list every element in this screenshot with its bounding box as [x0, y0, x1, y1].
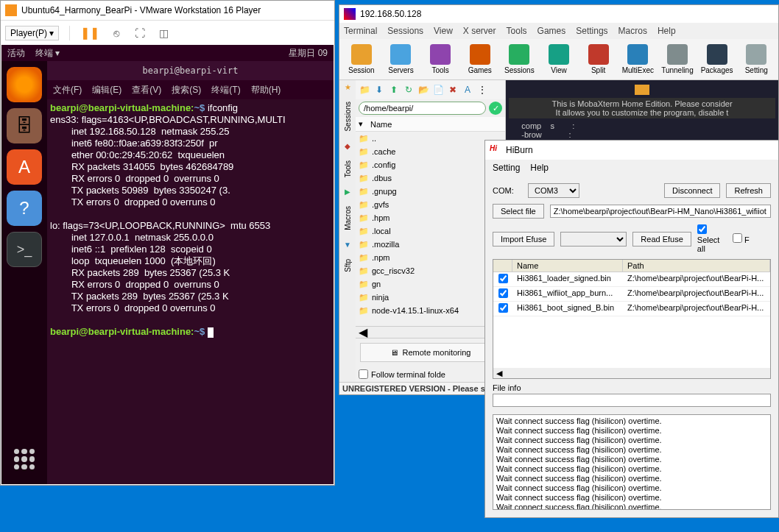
hiburn-titlebar[interactable]: Hi HiBurn	[485, 141, 778, 160]
player-menu-button[interactable]: Player(P) ▾	[5, 26, 59, 40]
sftp-item[interactable]: 📁.gnupg	[356, 185, 505, 198]
sftp-icon[interactable]: ▼	[344, 238, 351, 252]
ok-icon[interactable]: ✓	[489, 102, 502, 115]
sftp-file-list[interactable]: 📁..📁.cache📁.config📁.dbus📁.gnupg📁.gvfs📁.h…	[356, 132, 505, 326]
row-checkbox[interactable]	[498, 274, 508, 283]
sftp-item[interactable]: 📁node-v14.15.1-linux-x64	[356, 304, 505, 317]
terminal-indicator[interactable]: 终端 ▾	[35, 47, 60, 60]
side-tab-macros[interactable]: Macros	[342, 199, 353, 238]
sftp-item[interactable]: 📁.dbus	[356, 171, 505, 185]
tool-tunneling[interactable]: Tunneling	[658, 40, 697, 78]
dock-software-icon[interactable]: A	[7, 149, 42, 185]
hiburn-log[interactable]: Wait connect success flag (hisilicon) ov…	[493, 414, 771, 510]
tool-view[interactable]: View	[540, 40, 578, 78]
tool-multiexec[interactable]: MultiExec	[618, 40, 657, 78]
menu-macros[interactable]: Macros	[618, 26, 647, 36]
menu-help[interactable]: Help	[658, 26, 676, 36]
formal-label[interactable]: F	[733, 233, 762, 244]
menu-help[interactable]: 帮助(H)	[251, 84, 281, 96]
select-file-button[interactable]: Select file	[493, 204, 544, 219]
sftp-item[interactable]: 📁.mozilla	[356, 238, 505, 251]
sftp-item[interactable]: 📁.config	[356, 158, 505, 171]
menu-view[interactable]: 查看(V)	[132, 84, 161, 96]
side-tab-sessions[interactable]: Sessions	[342, 94, 353, 139]
row-checkbox[interactable]	[498, 288, 508, 298]
table-row[interactable]: Hi3861_wifiiot_app_burn...Z:\home\bearpi…	[493, 287, 770, 302]
newfile-icon[interactable]: 📄	[432, 84, 444, 96]
formal-checkbox[interactable]	[733, 233, 742, 243]
follow-terminal-checkbox[interactable]	[359, 369, 368, 379]
side-tab-tools[interactable]: Tools	[342, 153, 353, 185]
delete-icon[interactable]: ✖	[447, 84, 459, 96]
tool-tools[interactable]: Tools	[421, 40, 459, 78]
tool-packages[interactable]: Packages	[698, 40, 736, 78]
download-icon[interactable]: ⬇	[373, 84, 385, 96]
dock-apps-icon[interactable]	[7, 441, 42, 477]
remote-monitoring-button[interactable]: 🖥 Remote monitoring	[360, 343, 501, 362]
moba-titlebar[interactable]: 192.168.50.128	[339, 5, 778, 23]
dock-firefox-icon[interactable]	[7, 67, 42, 102]
side-tab-sftp[interactable]: Sftp	[342, 252, 353, 280]
th-path[interactable]: Path	[623, 260, 770, 272]
menu-help[interactable]: Help	[530, 163, 549, 173]
sftp-item[interactable]: 📁gcc_riscv32	[356, 264, 505, 277]
pin-icon[interactable]: ◆	[345, 139, 350, 153]
vmware-titlebar[interactable]: Ubuntu64_Harmony_BearPi - VMware Worksta…	[1, 1, 334, 20]
table-row[interactable]: Hi3861_boot_signed_B.binZ:\home\bearpi\p…	[493, 302, 770, 316]
terminal-body[interactable]: bearpi@bearpi-virtual-machine:~$ ifconfi…	[47, 99, 334, 341]
sftp-item[interactable]: 📁.cache	[356, 145, 505, 158]
menu-setting[interactable]: Setting	[493, 163, 520, 173]
menu-search[interactable]: 搜索(S)	[172, 84, 201, 96]
menu-sessions[interactable]: Sessions	[387, 26, 423, 36]
menu-edit[interactable]: 编辑(E)	[92, 84, 121, 96]
edit-icon[interactable]: A	[462, 84, 473, 96]
clock-label[interactable]: 星期日 09	[289, 47, 328, 60]
sftp-scroll-left[interactable]: ◀	[356, 326, 505, 338]
dock-terminal-icon[interactable]: >_	[7, 232, 42, 267]
refresh-button[interactable]: Refresh	[726, 183, 771, 198]
sftp-item[interactable]: 📁.local	[356, 224, 505, 238]
activities-label[interactable]: 活动	[7, 47, 25, 60]
fullscreen-icon[interactable]: ⛶	[133, 26, 147, 40]
unity-icon[interactable]: ◫	[157, 26, 170, 40]
menu-view[interactable]: View	[434, 26, 453, 36]
menu-terminal[interactable]: Terminal	[344, 26, 377, 36]
sftp-item[interactable]: 📁ninja	[356, 291, 505, 304]
send-ctrl-alt-del-icon[interactable]: ⎋	[110, 26, 123, 40]
sftp-item[interactable]: 📁.npm	[356, 251, 505, 264]
sftp-item[interactable]: 📁.gvfs	[356, 198, 505, 211]
tool-session[interactable]: Session	[342, 40, 381, 78]
folder-icon[interactable]: 📁	[359, 84, 370, 96]
table-row[interactable]: Hi3861_loader_signed.binZ:\home\bearpi\p…	[493, 272, 770, 287]
pause-icon[interactable]: ❚❚	[80, 26, 99, 40]
refresh-icon[interactable]: ↻	[403, 84, 415, 96]
th-name[interactable]: Name	[512, 260, 623, 272]
table-hscroll[interactable]: ◀	[493, 368, 770, 378]
tool-sessions[interactable]: Sessions	[501, 40, 539, 78]
more-icon[interactable]: ⋮	[476, 84, 488, 96]
newfolder-icon[interactable]: 📂	[417, 84, 429, 96]
menu-file[interactable]: 文件(F)	[53, 84, 82, 96]
file-path-input[interactable]	[550, 205, 771, 218]
menu-settings[interactable]: Settings	[576, 26, 607, 36]
import-efuse-button[interactable]: Import Efuse	[493, 232, 554, 247]
tool-servers[interactable]: Servers	[382, 40, 420, 78]
select-all-checkbox[interactable]	[697, 224, 707, 234]
dock-help-icon[interactable]: ?	[7, 191, 42, 226]
upload-icon[interactable]: ⬆	[388, 84, 400, 96]
tool-split[interactable]: Split	[579, 40, 618, 78]
select-all-label[interactable]: Select all	[697, 224, 727, 253]
macro-icon[interactable]: ▶	[345, 185, 350, 199]
efuse-select[interactable]	[560, 232, 627, 247]
th-check[interactable]	[493, 260, 512, 272]
read-efuse-button[interactable]: Read Efuse	[632, 232, 691, 247]
tool-settings[interactable]: Setting	[737, 40, 775, 78]
sftp-item[interactable]: 📁..	[356, 132, 505, 145]
menu-terminal[interactable]: 终端(T)	[211, 84, 240, 96]
menu-games[interactable]: Games	[537, 26, 566, 36]
menu-xserver[interactable]: X server	[463, 26, 496, 36]
disconnect-button[interactable]: Disconnect	[664, 183, 720, 198]
dock-files-icon[interactable]: 🗄	[7, 108, 42, 143]
row-checkbox[interactable]	[498, 303, 508, 313]
com-select[interactable]: COM3	[528, 183, 579, 198]
